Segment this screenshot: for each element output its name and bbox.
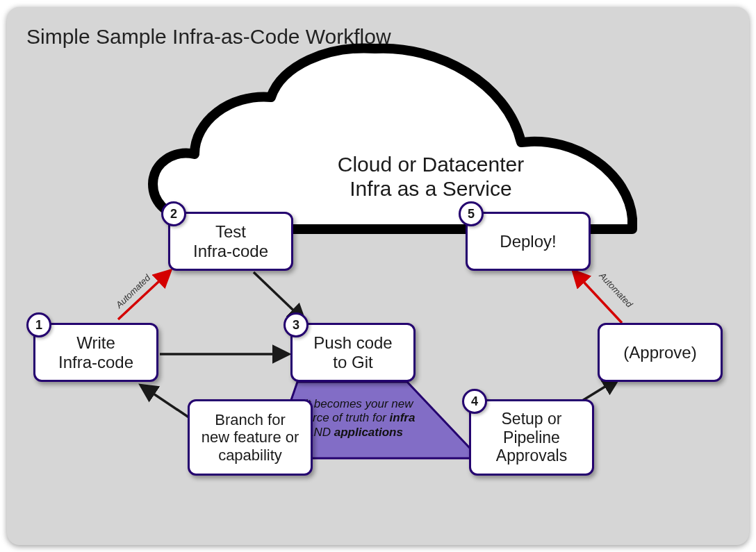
- diagram-canvas: Simple Sample Infra-as-Code Workflow: [7, 7, 749, 545]
- cloud-label: Cloud or Datacenter Infra as a Service: [306, 153, 556, 201]
- badge-2: 2: [161, 201, 186, 226]
- node-write-infra-code: WriteInfra-code: [33, 323, 158, 382]
- badge-3: 3: [284, 312, 309, 337]
- badge-5: 5: [459, 201, 484, 226]
- node-deploy-label: Deploy!: [500, 232, 556, 251]
- node-approve-label: (Approve): [623, 343, 696, 362]
- cloud-label-line2: Infra as a Service: [350, 177, 511, 200]
- node-branch-label: Branch fornew feature orcapability: [202, 411, 299, 464]
- node-test-infra-code: TestInfra-code: [168, 212, 293, 271]
- node-setup-label: Setup orPipelineApprovals: [496, 410, 567, 465]
- git-note-apps: applications: [334, 426, 403, 439]
- cloud-label-line1: Cloud or Datacenter: [338, 153, 524, 176]
- node-branch: Branch fornew feature orcapability: [188, 399, 313, 476]
- arrow-approve-to-deploy: [573, 271, 622, 323]
- git-note-infra: infra: [390, 411, 416, 424]
- node-push-label: Push codeto Git: [313, 333, 392, 371]
- cloud-icon: [153, 48, 632, 229]
- node-setup-approvals: Setup orPipelineApprovals: [469, 399, 594, 476]
- node-push-to-git: Push codeto Git: [290, 323, 416, 382]
- badge-1: 1: [26, 312, 51, 337]
- badge-4: 4: [462, 389, 487, 414]
- diagram-svg-layer: [7, 7, 749, 545]
- node-deploy: Deploy!: [466, 212, 591, 271]
- node-write-label: WriteInfra-code: [58, 333, 133, 371]
- node-test-label: TestInfra-code: [193, 222, 268, 260]
- node-approve: (Approve): [598, 323, 723, 382]
